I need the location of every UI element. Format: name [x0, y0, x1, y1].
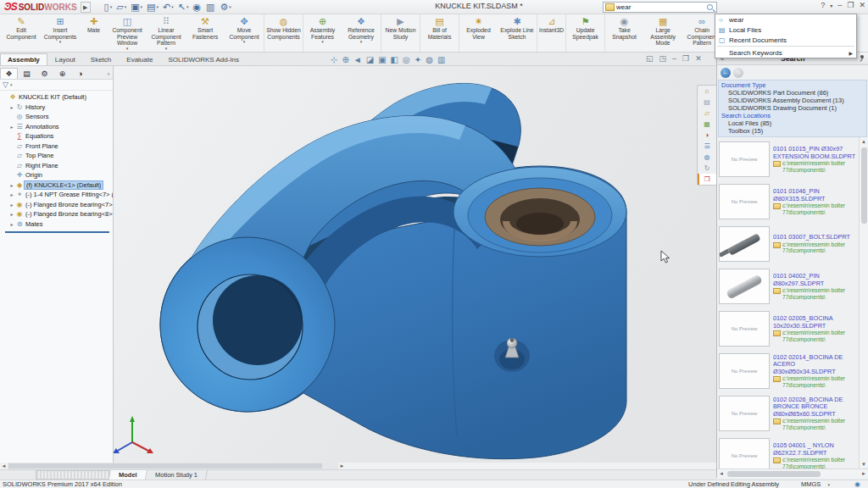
ribbon-button[interactable]: ⚑ Update Speedpak: [565, 14, 604, 52]
search-icon[interactable]: [707, 4, 713, 10]
help-button[interactable]: ?: [821, 1, 825, 9]
lug-eye[interactable]: [160, 237, 335, 412]
task-pane-tab[interactable]: ▤: [698, 97, 716, 108]
task-pane-tab[interactable]: ↻: [698, 163, 716, 174]
minimize-button[interactable]: ‒: [837, 1, 842, 9]
search-result-row[interactable]: No Preview 0102 02014_BOCINA DE ACERO Ø3…: [719, 351, 858, 391]
ribbon-button[interactable]: ✥ Move Component ▾: [225, 14, 264, 52]
document-mode-tab[interactable]: Motion Study 1: [146, 470, 208, 480]
search-result-row[interactable]: No Preview 0102 02005_BOCINA 10x20x30.SL…: [719, 308, 858, 349]
scroll-up-icon[interactable]: ▲: [861, 137, 866, 146]
search-filter-line[interactable]: Document Type: [721, 81, 864, 89]
view-tool-icon[interactable]: ⊹: [331, 54, 337, 66]
ribbon-button[interactable]: ✚ Mate: [80, 14, 108, 52]
view-tool-icon[interactable]: ◧: [391, 54, 398, 66]
scroll-right-icon[interactable]: ►: [860, 471, 868, 476]
dropdown-arrow-icon[interactable]: ▾: [156, 1, 159, 14]
tree-item[interactable]: ▸ ☰ Annotations: [0, 122, 113, 132]
task-pane-tab[interactable]: ◑: [698, 130, 716, 141]
dropdown-arrow-icon[interactable]: ▾: [360, 40, 363, 45]
doc-close-button[interactable]: ✕: [695, 54, 702, 63]
search-filter-line[interactable]: Toolbox (15): [721, 127, 864, 135]
back-button[interactable]: ←: [721, 68, 731, 78]
qat-button[interactable]: ▣ ▾: [129, 1, 144, 14]
dropdown-arrow-icon[interactable]: ▾: [186, 1, 189, 14]
task-pane-tab[interactable]: ☰: [698, 141, 716, 152]
result-filename[interactable]: 0102 02026_BOCINA DE BRONCE BRONCE Ø80xØ…: [773, 396, 858, 419]
dropdown-arrow-icon[interactable]: ▾: [165, 47, 168, 52]
menu-expand-button[interactable]: ▶: [81, 2, 91, 13]
ribbon-button[interactable]: ◍ Show Hidden Components: [264, 14, 303, 52]
scroll-left-icon[interactable]: ◄: [717, 471, 726, 476]
timeline-splitter[interactable]: [36, 470, 110, 480]
document-mode-tab[interactable]: Model: [109, 470, 147, 480]
tree-item[interactable]: ▸ ◆ (f) KNUCKLE<1> (Default): [0, 180, 113, 191]
dropdown-arrow-icon[interactable]: ▾: [141, 1, 143, 14]
search-result-row[interactable]: No Preview 0101 01046_PIN Ø80X315.SLDPRT…: [719, 181, 858, 222]
feature-manager-tab[interactable]: ❖: [0, 68, 18, 79]
qat-button[interactable]: ◉: [191, 1, 203, 14]
search-filter-line[interactable]: SOLIDWORKS Drawing Document (1): [721, 104, 864, 112]
tree-item[interactable]: ▸ ✦ (-) 1-4 NPT Grease Fitting<7> (Defau…: [0, 190, 113, 200]
view-tool-icon[interactable]: ▣: [378, 54, 386, 66]
qat-button[interactable]: ↖ ▾: [176, 1, 191, 14]
scroll-left-icon[interactable]: ◄: [0, 463, 8, 469]
expand-arrow-icon[interactable]: ▸: [8, 191, 15, 197]
more-tabs-arrow-icon[interactable]: ›: [104, 71, 113, 79]
globe-icon[interactable]: ◉: [854, 480, 860, 488]
rollback-bar[interactable]: [5, 231, 109, 233]
dropdown-arrow-icon[interactable]: ▾: [59, 40, 62, 45]
dropdown-arrow-icon[interactable]: ▾: [243, 40, 246, 45]
tree-item[interactable]: ▸ ⊚ Mates: [0, 219, 113, 230]
expand-arrow-icon[interactable]: ▸: [8, 104, 15, 110]
view-tool-icon[interactable]: ▥: [437, 54, 445, 66]
ribbon-button[interactable]: ◉ Take Snapshot: [604, 14, 643, 52]
bronze-bushing[interactable]: [485, 188, 595, 246]
qat-button[interactable]: ↶ ▾: [161, 1, 175, 14]
graphics-viewport[interactable]: [114, 66, 716, 463]
result-filename[interactable]: 0102 02014_BOCINA DE ACERO Ø30xØ50x34.SL…: [773, 354, 858, 376]
task-pane-tab[interactable]: ▱: [698, 108, 716, 119]
ribbon-button[interactable]: ⊿ Instant3D: [537, 14, 565, 52]
results-horizontal-scrollbar[interactable]: ◄ ►: [717, 469, 868, 478]
dropdown-arrow-icon[interactable]: ▾: [126, 47, 129, 52]
pane-split-icon[interactable]: ◱: [646, 54, 654, 63]
tree-item[interactable]: ▸ ◉ (-) Flanged Bronze bearing<8> (Defau…: [0, 209, 113, 219]
expand-arrow-icon[interactable]: ▸: [8, 182, 15, 188]
feature-manager-tab[interactable]: ⚙: [36, 69, 53, 79]
task-pane-tab[interactable]: ⌂: [698, 86, 716, 97]
task-pane-tab[interactable]: ❒: [698, 174, 716, 185]
view-tool-icon[interactable]: ⊕: [342, 54, 348, 66]
search-keywords-item[interactable]: Search Keywords ▶: [715, 47, 856, 58]
view-tool-icon[interactable]: ◄: [353, 54, 362, 66]
command-tab[interactable]: SOLIDWORKS Add-Ins: [160, 53, 247, 65]
search-suggestion-item[interactable]: ▤ Local Files: [715, 25, 856, 35]
search-result-row[interactable]: No Preview 0105 04001 _ NYLON Ø62X22.7.S…: [719, 435, 858, 469]
qat-button[interactable]: ▱ ▾: [114, 1, 128, 14]
tree-item[interactable]: ▱ Front Plane: [0, 141, 113, 152]
dropdown-arrow-icon[interactable]: ▾: [321, 40, 324, 45]
dropdown-arrow-icon[interactable]: ▾: [110, 1, 113, 14]
result-filename[interactable]: 0105 04001 _ NYLON Ø62X22.7.SLDPRT: [773, 442, 858, 457]
ribbon-button[interactable]: ❖ Reference Geometry ▾: [342, 14, 381, 52]
ribbon-button[interactable]: ▦ Large Assembly Mode: [643, 14, 682, 52]
feature-manager-tab[interactable]: ⊕: [53, 69, 71, 79]
forward-button[interactable]: →: [733, 68, 743, 78]
search-filter-line[interactable]: Search Locations: [721, 112, 864, 119]
qat-button[interactable]: ▤ ▾: [145, 1, 160, 14]
dropdown-arrow-icon[interactable]: ▾: [229, 1, 231, 14]
search-filter-line[interactable]: SOLIDWORKS Assembly Document (13): [721, 97, 864, 104]
filter-icon[interactable]: ▽: [3, 80, 8, 89]
tree-item[interactable]: ▱ Top Plane: [0, 151, 113, 161]
search-result-row[interactable]: No Preview 0102 02026_BOCINA DE BRONCE B…: [719, 393, 858, 434]
tree-item[interactable]: ◎ Sensors: [0, 112, 113, 122]
search-suggestion-item[interactable]: ▢ Recent Documents: [715, 35, 856, 45]
ribbon-button[interactable]: ⊞ Insert Components ▾: [41, 14, 80, 52]
feature-manager-tab[interactable]: ◑: [71, 69, 89, 79]
search-result-row[interactable]: 0101 03007_BOLT.SLDPRT c:\resemin\resemi…: [719, 224, 858, 264]
tree-item[interactable]: ✛ Origin: [0, 170, 113, 180]
help-dropdown-icon[interactable]: ▾: [830, 3, 832, 8]
restore-button[interactable]: ❐: [847, 1, 854, 9]
search-result-row[interactable]: No Preview 0101 01015_PIN Ø30x97 EXTENSI…: [719, 139, 858, 180]
qat-button[interactable]: ▯ ▾: [103, 1, 114, 14]
